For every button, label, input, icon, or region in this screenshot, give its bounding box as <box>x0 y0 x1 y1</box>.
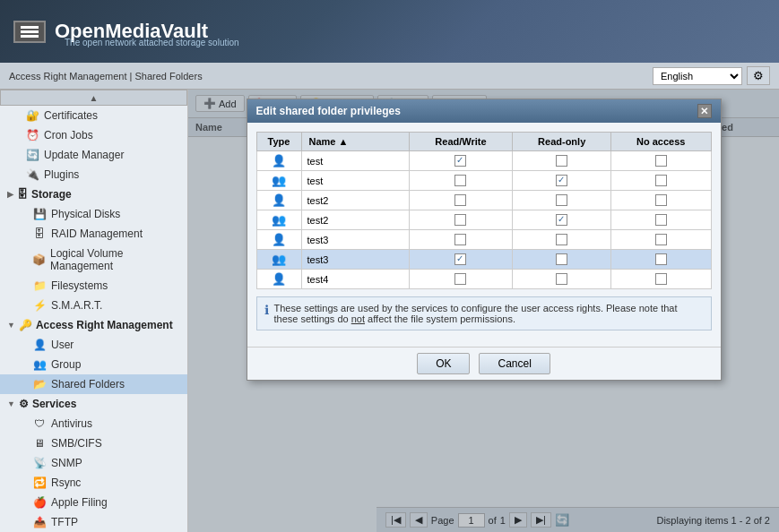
read-only-checkbox[interactable] <box>556 253 567 265</box>
user-icon: 👤 <box>32 339 47 351</box>
no-access-checkbox[interactable] <box>655 214 667 226</box>
sidebar-item-snmp[interactable]: 📡 SNMP <box>0 453 187 473</box>
read-write-cell[interactable] <box>409 191 513 210</box>
plugins-icon: 🔌 <box>25 168 39 181</box>
read-only-checkbox[interactable] <box>556 214 567 226</box>
read-write-col-header: Read/Write <box>409 133 513 151</box>
table-row[interactable]: 👥 test3 <box>256 250 711 270</box>
user-type-icon: 👤 <box>272 154 286 167</box>
services-arrow-icon: ▼ <box>7 399 15 408</box>
no-access-checkbox[interactable] <box>655 194 667 206</box>
read-write-checkbox[interactable] <box>454 234 466 245</box>
sidebar-item-certificates[interactable]: 🔐 Certificates <box>0 106 187 125</box>
sidebar-item-raid[interactable]: 🗄 RAID Management <box>0 224 187 244</box>
sidebar-item-user[interactable]: 👤 User <box>0 335 187 355</box>
table-row[interactable]: 👤 test2 <box>256 191 711 210</box>
read-only-cell[interactable] <box>513 171 611 191</box>
ok-button[interactable]: OK <box>417 353 470 374</box>
fs-icon: 📁 <box>32 279 47 292</box>
sidebar-item-smb[interactable]: 🖥 SMB/CIFS <box>0 433 187 453</box>
modal-footer: OK Cancel <box>247 347 721 380</box>
read-only-checkbox[interactable] <box>556 273 567 285</box>
read-only-cell[interactable] <box>513 151 611 171</box>
no-access-checkbox[interactable] <box>655 234 667 245</box>
no-access-checkbox[interactable] <box>655 253 667 265</box>
update-icon: 🔄 <box>25 149 39 161</box>
group-icon: 👥 <box>32 358 47 371</box>
sidebar-item-antivirus[interactable]: 🛡 Antivirus <box>0 414 187 433</box>
read-only-cell[interactable] <box>513 191 611 210</box>
no-access-checkbox[interactable] <box>655 175 667 186</box>
sidebar-item-cron-jobs[interactable]: ⏰ Cron Jobs <box>0 125 187 145</box>
read-write-cell[interactable] <box>409 151 513 171</box>
table-row[interactable]: 👤 test3 <box>256 230 711 250</box>
read-only-checkbox[interactable] <box>556 175 567 186</box>
table-row[interactable]: 👤 test <box>256 151 711 171</box>
read-write-checkbox[interactable] <box>454 253 466 265</box>
language-select[interactable]: English Deutsch Français <box>653 67 742 85</box>
read-write-checkbox[interactable] <box>454 155 466 167</box>
read-only-cell[interactable] <box>513 210 611 230</box>
no-access-cell[interactable] <box>610 230 711 250</box>
table-row[interactable]: 👥 test2 <box>256 210 711 230</box>
read-write-checkbox[interactable] <box>454 194 466 206</box>
sidebar-item-shared-folders[interactable]: 📂 Shared Folders <box>0 374 187 394</box>
sidebar-item-rsync[interactable]: 🔁 Rsync <box>0 473 187 493</box>
sidebar-group-storage[interactable]: ▶ 🗄 Storage <box>0 184 187 204</box>
read-write-cell[interactable] <box>409 210 513 230</box>
read-only-cell[interactable] <box>513 250 611 270</box>
no-access-cell[interactable] <box>610 270 711 289</box>
sidebar-group-services[interactable]: ▼ ⚙ Services <box>0 394 187 414</box>
shared-folders-icon: 📂 <box>32 378 47 390</box>
cancel-button[interactable]: Cancel <box>479 353 550 374</box>
sidebar-item-group[interactable]: 👥 Group <box>0 355 187 374</box>
raid-icon: 🗄 <box>32 227 47 240</box>
sidebar-scroll-up[interactable]: ▲ <box>0 90 187 106</box>
sidebar-item-logical-volume[interactable]: 📦 Logical Volume Management <box>0 244 187 276</box>
modal-overlay: Edit shared folder privileges ✕ Type Nam… <box>188 90 779 532</box>
no-access-cell[interactable] <box>610 210 711 230</box>
modal-title: Edit shared folder privileges <box>256 105 401 117</box>
no-access-checkbox[interactable] <box>655 155 667 167</box>
read-only-cell[interactable] <box>513 270 611 289</box>
type-cell: 👥 <box>256 210 301 230</box>
no-access-cell[interactable] <box>610 171 711 191</box>
read-write-checkbox[interactable] <box>454 214 466 226</box>
no-access-cell[interactable] <box>610 250 711 270</box>
toolbar-bar: Access Right Management | Shared Folders… <box>0 63 779 90</box>
settings-button[interactable]: ⚙ <box>747 66 770 85</box>
privileges-table: Type Name ▲ Read/Write Read-only No acce… <box>256 132 712 289</box>
sidebar-item-apple-filing[interactable]: 🍎 Apple Filing <box>0 493 187 512</box>
read-write-checkbox[interactable] <box>454 273 466 285</box>
table-row[interactable]: 👥 test <box>256 171 711 191</box>
tftp-icon: 📤 <box>32 516 47 528</box>
table-row[interactable]: 👤 test4 <box>256 270 711 289</box>
read-write-cell[interactable] <box>409 230 513 250</box>
sidebar-group-arm[interactable]: ▼ 🔑 Access Right Management <box>0 315 187 335</box>
sidebar-item-filesystems[interactable]: 📁 Filesystems <box>0 276 187 296</box>
read-write-cell[interactable] <box>409 270 513 289</box>
read-write-cell[interactable] <box>409 250 513 270</box>
sidebar-item-update-manager[interactable]: 🔄 Update Manager <box>0 145 187 165</box>
sidebar-item-tftp[interactable]: 📤 TFTP <box>0 512 187 532</box>
app-subtitle: The open network attached storage soluti… <box>65 38 239 47</box>
sidebar-item-plugins[interactable]: 🔌 Plugins <box>0 165 187 184</box>
no-access-cell[interactable] <box>610 191 711 210</box>
info-bar: ℹ These settings are used by the service… <box>256 296 712 330</box>
read-only-checkbox[interactable] <box>556 194 567 206</box>
modal-close-button[interactable]: ✕ <box>697 104 712 118</box>
sidebar-item-physical-disks[interactable]: 💾 Physical Disks <box>0 204 187 224</box>
read-only-checkbox[interactable] <box>556 155 567 167</box>
no-access-checkbox[interactable] <box>655 273 667 285</box>
app-header: OpenMediaVault The open network attached… <box>0 0 779 63</box>
sidebar-item-smart[interactable]: ⚡ S.M.A.R.T. <box>0 296 187 315</box>
apple-icon: 🍎 <box>32 496 47 509</box>
read-write-cell[interactable] <box>409 171 513 191</box>
group-type-icon: 👥 <box>272 253 286 266</box>
read-write-checkbox[interactable] <box>454 175 466 186</box>
no-access-cell[interactable] <box>610 151 711 171</box>
read-only-checkbox[interactable] <box>556 234 567 245</box>
name-cell: test <box>301 151 409 171</box>
snmp-icon: 📡 <box>32 457 47 469</box>
read-only-cell[interactable] <box>513 230 611 250</box>
